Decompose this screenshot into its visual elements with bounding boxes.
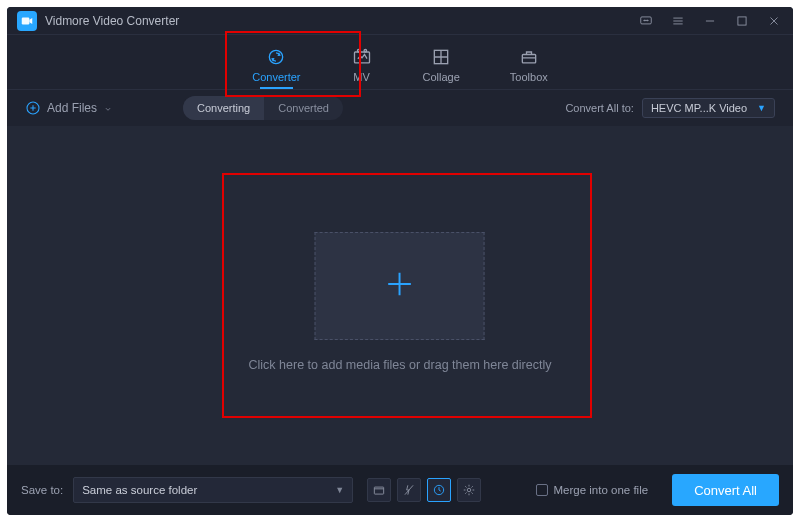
nav-tab-mv[interactable]: MV: [351, 47, 373, 89]
checkbox-icon: [536, 484, 548, 496]
output-format-value: HEVC MP...K Video: [651, 102, 747, 114]
svg-rect-5: [738, 16, 746, 24]
svg-rect-11: [522, 55, 535, 63]
hw-accel-on-button[interactable]: [427, 478, 451, 502]
nav-label: Toolbox: [510, 71, 548, 83]
save-to-select[interactable]: Same as source folder ▼: [73, 477, 353, 503]
plus-icon: [383, 267, 417, 306]
close-button[interactable]: [765, 12, 783, 30]
menu-icon[interactable]: [669, 12, 687, 30]
mv-icon: [351, 47, 373, 67]
collage-icon: [430, 47, 452, 67]
add-files-button[interactable]: Add Files: [25, 100, 113, 116]
svg-rect-0: [22, 17, 30, 24]
open-output-folder-button[interactable]: [367, 478, 391, 502]
convert-all-button[interactable]: Convert All: [672, 474, 779, 506]
drop-hint-text: Click here to add media files or drag th…: [249, 358, 552, 372]
save-to-label: Save to:: [21, 484, 63, 496]
subtab-converted[interactable]: Converted: [264, 96, 343, 120]
nav-tab-collage[interactable]: Collage: [423, 47, 460, 89]
status-subtabs: Converting Converted: [183, 96, 343, 120]
nav-label: Converter: [252, 71, 300, 83]
converter-icon: [265, 47, 287, 67]
merge-label: Merge into one file: [554, 484, 649, 496]
svg-rect-13: [375, 487, 384, 494]
convert-all-to: Convert All to: HEVC MP...K Video ▼: [565, 98, 775, 118]
app-window: Vidmore Video Converter Converter MV: [7, 7, 793, 515]
hw-accel-off-button[interactable]: [397, 478, 421, 502]
triangle-down-icon: ▼: [335, 485, 344, 495]
svg-point-9: [364, 50, 367, 53]
bottom-mini-buttons: [367, 478, 481, 502]
save-to-value: Same as source folder: [82, 484, 197, 496]
drop-area-wrapper: Click here to add media files or drag th…: [249, 232, 552, 372]
add-files-label: Add Files: [47, 101, 97, 115]
nav-tab-toolbox[interactable]: Toolbox: [510, 47, 548, 89]
main-panel: Click here to add media files or drag th…: [7, 126, 793, 478]
bottom-bar: Save to: Same as source folder ▼ Merge i…: [7, 465, 793, 515]
triangle-down-icon: ▼: [757, 103, 766, 113]
svg-point-3: [646, 19, 647, 20]
chevron-down-icon: [103, 103, 113, 113]
nav-tab-converter[interactable]: Converter: [252, 47, 300, 89]
drop-zone[interactable]: [315, 232, 485, 340]
svg-point-2: [644, 19, 645, 20]
main-nav: Converter MV Collage Toolbox: [7, 35, 793, 90]
minimize-button[interactable]: [701, 12, 719, 30]
secondary-bar: Add Files Converting Converted Convert A…: [7, 90, 793, 126]
toolbox-icon: [518, 47, 540, 67]
subtab-converting[interactable]: Converting: [183, 96, 264, 120]
app-title: Vidmore Video Converter: [45, 14, 179, 28]
merge-checkbox[interactable]: Merge into one file: [536, 484, 649, 496]
svg-point-4: [647, 19, 648, 20]
output-format-select[interactable]: HEVC MP...K Video ▼: [642, 98, 775, 118]
title-bar: Vidmore Video Converter: [7, 7, 793, 35]
nav-label: MV: [353, 71, 370, 83]
app-logo-icon: [17, 11, 37, 31]
feedback-icon[interactable]: [637, 12, 655, 30]
nav-label: Collage: [423, 71, 460, 83]
settings-button[interactable]: [457, 478, 481, 502]
svg-point-8: [357, 50, 360, 53]
svg-point-15: [467, 488, 471, 492]
convert-all-to-label: Convert All to:: [565, 102, 633, 114]
maximize-button[interactable]: [733, 12, 751, 30]
